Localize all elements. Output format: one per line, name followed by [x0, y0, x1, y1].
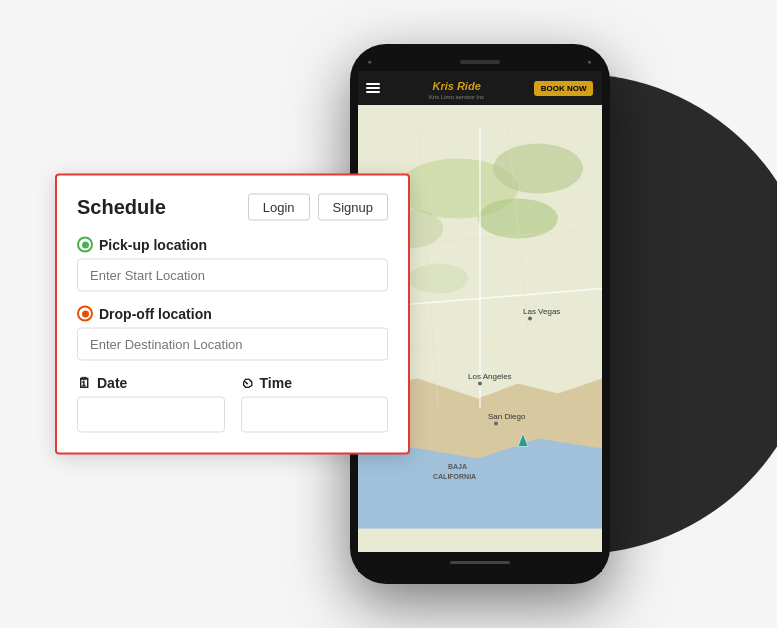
login-button[interactable]: Login — [248, 194, 310, 221]
date-label: 🗓 Date — [77, 375, 225, 391]
svg-point-18 — [478, 382, 482, 386]
phone-top-bar: ● ● — [358, 56, 602, 71]
dropoff-icon — [77, 306, 93, 322]
card-header: Schedule Login Signup — [77, 194, 388, 221]
phone-speaker — [460, 60, 500, 64]
svg-text:San Diego: San Diego — [488, 412, 526, 421]
phone-camera-front: ● — [368, 58, 372, 65]
calendar-icon: 🗓 — [77, 375, 91, 391]
svg-text:CALIFORNIA: CALIFORNIA — [433, 473, 476, 480]
pickup-field-group: Pick-up location — [77, 237, 388, 292]
hamburger-icon[interactable] — [366, 83, 380, 93]
brand-name: Kris Ride — [432, 80, 480, 92]
book-now-button[interactable]: BOOK NOW — [534, 81, 594, 96]
phone-nav: Kris Ride Kris Limo service Inc BOOK NOW — [358, 71, 602, 105]
schedule-card: Schedule Login Signup Pick-up location D… — [55, 174, 410, 455]
brand-subtitle: Kris Limo service Inc — [429, 94, 484, 100]
svg-point-20 — [494, 422, 498, 426]
date-input[interactable] — [77, 397, 225, 433]
time-label: ⏲ Time — [241, 375, 389, 391]
dropoff-field-group: Drop-off location — [77, 306, 388, 361]
svg-point-2 — [493, 144, 583, 194]
svg-text:Los Angeles: Los Angeles — [468, 372, 512, 381]
date-group: 🗓 Date — [77, 375, 225, 433]
phone-home-indicator — [450, 561, 510, 564]
schedule-title: Schedule — [77, 196, 166, 219]
brand-area: Kris Ride Kris Limo service Inc — [429, 76, 484, 100]
signup-button[interactable]: Signup — [318, 194, 388, 221]
phone-bottom — [358, 552, 602, 572]
time-group: ⏲ Time — [241, 375, 389, 433]
svg-point-16 — [528, 317, 532, 321]
svg-text:BAJA: BAJA — [448, 463, 467, 470]
pickup-input[interactable] — [77, 259, 388, 292]
svg-text:Las Vegas: Las Vegas — [523, 307, 560, 316]
phone-camera-dot: ● — [587, 58, 591, 65]
dropoff-label: Drop-off location — [77, 306, 388, 322]
date-time-row: 🗓 Date ⏲ Time — [77, 375, 388, 433]
pickup-label: Pick-up location — [77, 237, 388, 253]
pickup-icon — [77, 237, 93, 253]
time-input[interactable] — [241, 397, 389, 433]
phone-notch — [445, 44, 515, 58]
dropoff-input[interactable] — [77, 328, 388, 361]
clock-icon: ⏲ — [241, 375, 254, 390]
svg-point-5 — [408, 264, 468, 294]
auth-buttons: Login Signup — [248, 194, 388, 221]
